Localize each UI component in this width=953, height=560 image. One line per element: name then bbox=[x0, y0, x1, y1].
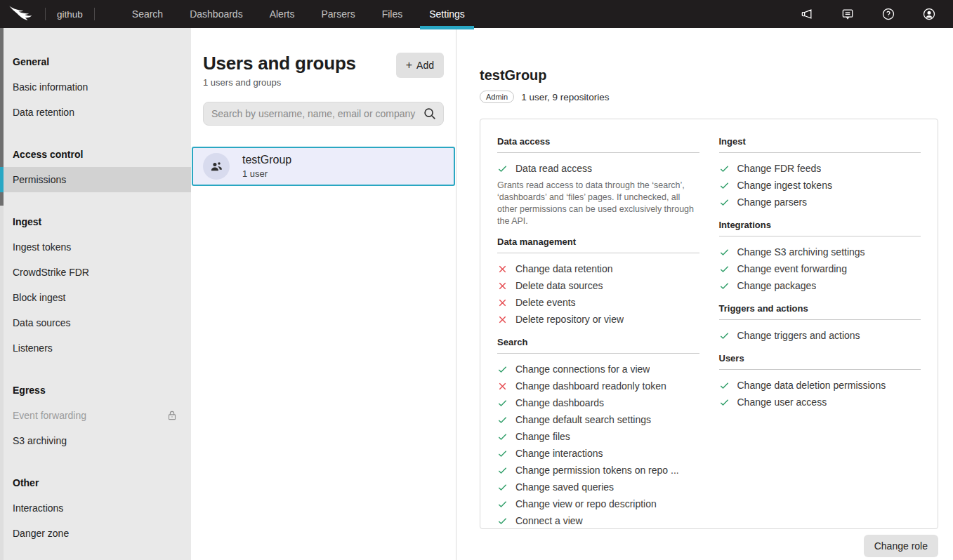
nav-tab-settings[interactable]: Settings bbox=[420, 0, 474, 28]
check-icon bbox=[497, 398, 508, 408]
cross-icon bbox=[497, 298, 508, 308]
sidebar-item-event-forwarding[interactable]: Event forwarding bbox=[0, 403, 191, 428]
search-icon[interactable] bbox=[422, 106, 438, 121]
sidebar-section-access-control: Access control bbox=[0, 142, 191, 167]
sidebar-item-label: S3 archiving bbox=[13, 435, 67, 446]
search-input[interactable] bbox=[203, 102, 444, 126]
sidebar-item-label: CrowdStrike FDR bbox=[13, 267, 89, 278]
check-icon bbox=[719, 264, 730, 274]
group-detail-panel: testGroup Admin 1 user, 9 repositories D… bbox=[456, 28, 953, 560]
permission-label: Delete events bbox=[515, 297, 576, 308]
navbar-divider bbox=[45, 8, 46, 20]
permission-label: Delete data sources bbox=[515, 280, 603, 291]
permission-row-delete-repository-or-view: Delete repository or view bbox=[497, 311, 699, 328]
sidebar-item-s3-archiving[interactable]: S3 archiving bbox=[0, 428, 191, 453]
permission-row-change-triggers-and-actions: Change triggers and actions bbox=[719, 327, 921, 344]
permission-label: Change data deletion permissions bbox=[737, 380, 886, 391]
permission-row-change-saved-queries: Change saved queries bbox=[497, 479, 699, 495]
permission-label: Change data retention bbox=[515, 263, 613, 274]
help-icon[interactable] bbox=[880, 6, 897, 22]
permission-row-change-dashboards: Change dashboards bbox=[497, 394, 699, 411]
check-icon bbox=[719, 180, 730, 191]
top-navbar: github SearchDashboardsAlertsParsersFile… bbox=[0, 0, 953, 28]
sidebar-item-basic-information[interactable]: Basic information bbox=[0, 74, 191, 100]
permission-label: Change files bbox=[515, 431, 570, 442]
permission-label: Change dashboards bbox=[515, 397, 604, 408]
check-icon bbox=[719, 197, 730, 208]
check-icon bbox=[719, 264, 730, 274]
sidebar-section-general: General bbox=[0, 49, 191, 74]
group-avatar bbox=[203, 153, 230, 180]
permission-row-change-fdr-feeds: Change FDR feeds bbox=[719, 160, 921, 177]
nav-tab-files[interactable]: Files bbox=[373, 0, 412, 28]
sidebar-item-interactions[interactable]: Interactions bbox=[0, 495, 191, 521]
permission-row-change-data-retention: Change data retention bbox=[497, 260, 699, 277]
permission-label: Change saved queries bbox=[515, 481, 614, 493]
check-icon bbox=[719, 247, 730, 258]
sidebar-item-label: Basic information bbox=[13, 81, 88, 93]
permission-section-title: Users bbox=[719, 353, 921, 370]
permission-label: Change view or repo description bbox=[515, 498, 657, 509]
add-button[interactable]: + Add bbox=[396, 53, 444, 78]
permission-section-data-management: Data managementChange data retentionDele… bbox=[497, 236, 699, 328]
sidebar-item-danger-zone[interactable]: Danger zone bbox=[0, 521, 191, 546]
nav-tab-alerts[interactable]: Alerts bbox=[261, 0, 304, 28]
sidebar-item-data-retention[interactable]: Data retention bbox=[0, 100, 191, 125]
sidebar-item-permissions[interactable]: Permissions bbox=[0, 167, 191, 192]
permission-row-change-view-or-repo-description: Change view or repo description bbox=[497, 495, 699, 512]
permission-section-title: Integrations bbox=[719, 220, 921, 236]
group-list-item-testgroup[interactable]: testGroup1 user bbox=[192, 147, 455, 186]
nav-tab-parsers[interactable]: Parsers bbox=[312, 0, 364, 28]
permission-section-data-access: Data accessData read accessGrants read a… bbox=[497, 136, 699, 227]
account-icon[interactable] bbox=[921, 6, 938, 22]
check-icon bbox=[497, 465, 508, 476]
check-icon bbox=[497, 364, 508, 375]
sidebar-item-label: Ingest tokens bbox=[13, 241, 71, 253]
permission-description: Grants read access to data through the ‘… bbox=[497, 180, 697, 227]
permission-row-change-dashboard-readonly-token: Change dashboard readonly token bbox=[497, 378, 699, 394]
check-icon bbox=[497, 448, 508, 459]
permission-row-delete-data-sources: Delete data sources bbox=[497, 277, 699, 294]
check-icon bbox=[719, 331, 730, 341]
permission-label: Change interactions bbox=[515, 448, 603, 459]
feedback-icon[interactable] bbox=[839, 6, 856, 22]
check-icon bbox=[719, 247, 730, 258]
sidebar-item-crowdstrike-fdr[interactable]: CrowdStrike FDR bbox=[0, 260, 191, 285]
check-icon bbox=[497, 415, 508, 425]
check-icon bbox=[719, 331, 730, 341]
change-role-button[interactable]: Change role bbox=[864, 535, 938, 557]
permission-section-title: Triggers and actions bbox=[719, 303, 921, 320]
users-groups-count: 1 users and groups bbox=[203, 77, 396, 88]
sidebar-item-ingest-tokens[interactable]: Ingest tokens bbox=[0, 234, 191, 260]
sidebar-item-block-ingest[interactable]: Block ingest bbox=[0, 285, 191, 310]
announcements-icon[interactable] bbox=[798, 6, 815, 22]
sidebar-item-listeners[interactable]: Listeners bbox=[0, 335, 191, 361]
permission-row-connect-a-view: Connect a view bbox=[497, 512, 699, 529]
permission-label: Change dashboard readonly token bbox=[515, 380, 666, 392]
repository-name[interactable]: github bbox=[54, 9, 86, 20]
page-title: Users and groups bbox=[203, 53, 396, 74]
check-icon bbox=[497, 415, 508, 425]
crowdstrike-falcon-logo[interactable] bbox=[7, 4, 37, 25]
permission-row-change-files: Change files bbox=[497, 428, 699, 445]
group-user-count: 1 user bbox=[242, 168, 291, 179]
check-icon bbox=[497, 432, 508, 442]
nav-tab-search[interactable]: Search bbox=[123, 0, 172, 28]
lock-icon bbox=[166, 409, 178, 422]
check-icon bbox=[497, 482, 508, 493]
permission-row-change-ingest-tokens: Change ingest tokens bbox=[719, 177, 921, 194]
sidebar-item-data-sources[interactable]: Data sources bbox=[0, 310, 191, 335]
check-icon bbox=[719, 197, 730, 208]
permission-row-change-user-access: Change user access bbox=[719, 394, 921, 411]
permission-label: Change event forwarding bbox=[737, 263, 847, 274]
check-icon bbox=[719, 397, 730, 408]
nav-tab-dashboards[interactable]: Dashboards bbox=[180, 0, 252, 28]
sidebar-item-label: Danger zone bbox=[13, 528, 69, 539]
permission-label: Change parsers bbox=[737, 196, 808, 208]
add-button-label: Add bbox=[416, 60, 434, 71]
check-icon bbox=[497, 516, 508, 526]
cross-icon bbox=[497, 298, 508, 308]
permission-row-change-permission-tokens-on-repo: Change permission tokens on repo ... bbox=[497, 462, 699, 479]
navbar-icon-group bbox=[798, 6, 938, 22]
sidebar-item-label: Event forwarding bbox=[13, 410, 86, 421]
